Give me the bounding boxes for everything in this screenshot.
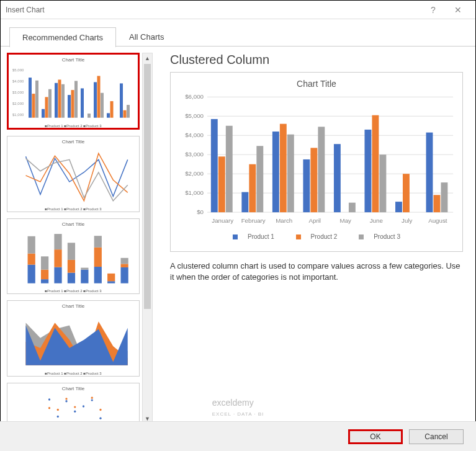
legend-item-2: Product 2	[291, 233, 343, 240]
svg-point-61	[65, 398, 67, 400]
thumb-line[interactable]: Chart Title ■Product 1 ■Product 2 ■Produ…	[7, 136, 140, 212]
chart-type-heading: Clustered Column	[170, 53, 463, 67]
preview-panel: Clustered Column Chart Title $6,000$5,00…	[153, 53, 469, 425]
svg-rect-12	[58, 79, 61, 117]
legend-item-1: Product 1	[228, 233, 279, 240]
chart-title: Chart Title	[177, 79, 456, 89]
tab-strip: Recommended Charts All Charts	[1, 19, 475, 47]
svg-text:$2,000: $2,000	[12, 102, 24, 105]
svg-rect-80	[218, 156, 225, 212]
svg-text:May: May	[340, 217, 352, 224]
svg-text:$1,000: $1,000	[185, 189, 204, 196]
svg-rect-89	[287, 135, 294, 212]
svg-rect-96	[349, 203, 356, 212]
svg-rect-92	[310, 148, 317, 212]
svg-rect-9	[45, 97, 48, 117]
svg-rect-81	[226, 126, 233, 212]
swatch-icon	[233, 234, 238, 239]
thumb-area[interactable]: Chart Title ■Product 1 ■Product 2 ■Produ…	[7, 300, 140, 377]
svg-rect-85	[256, 146, 263, 212]
svg-rect-48	[121, 257, 128, 264]
svg-rect-8	[42, 109, 45, 118]
svg-rect-35	[54, 234, 61, 249]
svg-rect-22	[107, 113, 110, 117]
svg-point-64	[99, 409, 101, 411]
svg-rect-18	[88, 114, 91, 118]
svg-rect-17	[81, 88, 84, 117]
svg-rect-45	[107, 273, 115, 280]
clustered-column-chart: $6,000$5,000$4,000$3,000$2,000$1,000$0Ja…	[177, 92, 456, 229]
svg-rect-30	[41, 279, 48, 284]
svg-rect-79	[211, 119, 218, 212]
close-button[interactable]: ✕	[446, 5, 470, 15]
thumb-scatter[interactable]: Chart Title	[7, 383, 140, 425]
svg-rect-31	[41, 269, 48, 279]
thumb-title: Chart Title	[10, 386, 137, 391]
svg-rect-93	[318, 127, 325, 212]
svg-rect-15	[71, 90, 74, 118]
svg-rect-84	[249, 164, 256, 212]
svg-rect-21	[101, 93, 104, 118]
chart-legend: Product 1 Product 2 Product 3	[177, 233, 456, 240]
cancel-button[interactable]: Cancel	[409, 429, 464, 444]
thumb-stacked-icon	[10, 228, 137, 288]
svg-rect-32	[41, 256, 48, 269]
thumb-scatter-icon	[10, 393, 137, 423]
thumb-legend: ■Product 1 ■Product 2 ■Product 3	[10, 289, 137, 293]
svg-text:August: August	[428, 217, 447, 224]
svg-rect-6	[32, 94, 35, 118]
svg-text:$6,000: $6,000	[185, 93, 204, 100]
svg-rect-95	[334, 144, 341, 212]
dialog-body: Chart Title $5,000$4,000$3,000$2,000$1,0…	[1, 47, 475, 425]
svg-rect-13	[61, 84, 65, 118]
legend-item-3: Product 3	[354, 233, 405, 240]
svg-point-63	[91, 396, 93, 398]
svg-point-59	[48, 407, 50, 409]
svg-rect-106	[434, 195, 441, 212]
tab-recommended[interactable]: Recommended Charts	[9, 27, 116, 47]
tab-all-charts[interactable]: All Charts	[116, 27, 177, 47]
svg-rect-20	[97, 76, 101, 117]
thumbnails-scrollbar[interactable]: ▲ ▼	[142, 53, 153, 425]
svg-point-52	[48, 398, 50, 400]
scroll-up-arrow[interactable]: ▲	[143, 53, 152, 64]
svg-text:April: April	[308, 217, 321, 224]
svg-rect-11	[55, 83, 58, 118]
scroll-track[interactable]	[143, 64, 152, 414]
thumb-chart-icon: $5,000$4,000$3,000$2,000$1,000	[11, 64, 135, 122]
svg-rect-40	[81, 267, 88, 269]
svg-text:$3,000: $3,000	[12, 91, 24, 94]
watermark: exceldemy EXCEL · DATA · BI	[212, 398, 264, 418]
thumb-legend: ■Product 1 ■Product 2 ■Product 3	[10, 372, 137, 375]
svg-rect-26	[127, 105, 130, 118]
thumb-title: Chart Title	[10, 139, 137, 145]
help-button[interactable]: ?	[421, 5, 446, 15]
thumb-title: Chart Title	[11, 57, 135, 63]
svg-point-58	[99, 417, 101, 419]
svg-rect-19	[94, 82, 97, 117]
swatch-icon	[359, 234, 364, 239]
svg-rect-28	[28, 253, 35, 264]
svg-rect-47	[121, 264, 128, 267]
svg-rect-25	[123, 110, 127, 118]
svg-rect-5	[29, 78, 32, 118]
thumb-clustered-column[interactable]: Chart Title $5,000$4,000$3,000$2,000$1,0…	[7, 53, 140, 130]
thumb-stacked-column[interactable]: Chart Title ■Product 1 ■Product 2 ■Produ…	[7, 218, 140, 295]
svg-text:March: March	[276, 217, 292, 224]
thumb-title: Chart Title	[10, 303, 137, 309]
svg-rect-88	[280, 124, 287, 212]
svg-rect-23	[110, 101, 114, 118]
svg-text:$2,000: $2,000	[185, 170, 204, 177]
svg-rect-87	[272, 132, 279, 212]
svg-rect-16	[74, 81, 78, 117]
scroll-thumb[interactable]	[144, 64, 151, 309]
svg-point-56	[83, 405, 84, 407]
svg-rect-43	[94, 236, 102, 248]
chart-preview[interactable]: Chart Title $6,000$5,000$4,000$3,000$2,0…	[170, 72, 463, 252]
svg-rect-41	[94, 267, 102, 284]
svg-rect-42	[94, 247, 102, 266]
ok-button[interactable]: OK	[348, 429, 403, 444]
svg-rect-44	[107, 281, 115, 283]
svg-text:June: June	[370, 217, 383, 224]
thumb-area-icon	[10, 310, 137, 370]
